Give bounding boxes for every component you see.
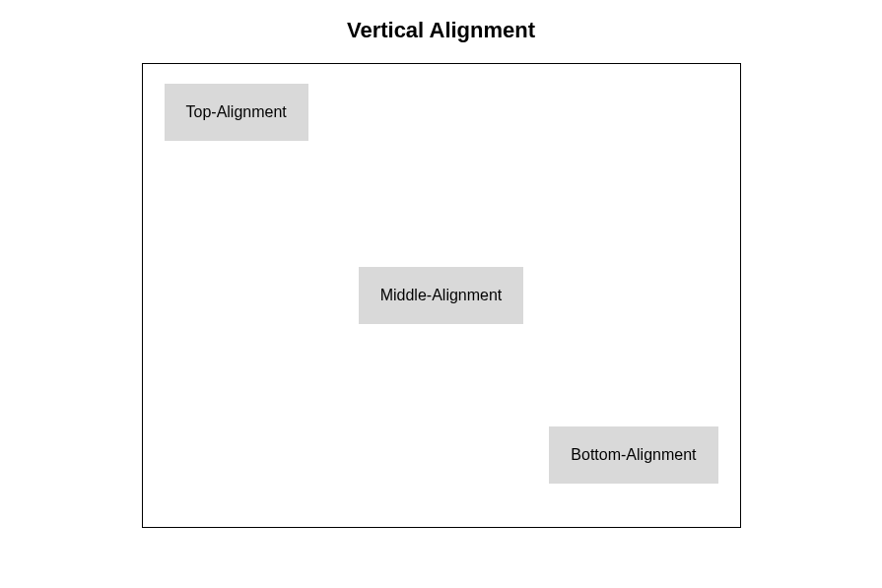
top-alignment-box: Top-Alignment xyxy=(165,84,308,141)
column-top: Top-Alignment xyxy=(143,64,346,527)
diagram-title: Vertical Alignment xyxy=(347,18,535,43)
bottom-alignment-box: Bottom-Alignment xyxy=(549,426,717,484)
column-bottom: Bottom-Alignment xyxy=(537,64,740,527)
alignment-container: Top-Alignment Middle-Alignment Bottom-Al… xyxy=(142,63,741,528)
middle-alignment-box: Middle-Alignment xyxy=(359,267,524,324)
column-middle: Middle-Alignment xyxy=(346,64,537,527)
